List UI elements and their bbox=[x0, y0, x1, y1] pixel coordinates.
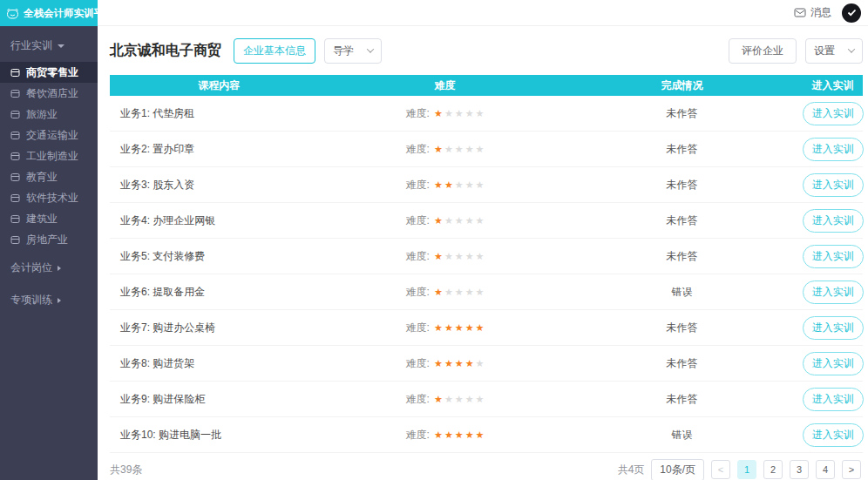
table-body: 业务1: 代垫房租 难度: ★★★★★ 未作答 进入实训 业务2: 置办印章 难… bbox=[110, 96, 863, 453]
restaurant-hotel-icon bbox=[10, 89, 20, 98]
star-empty-icon: ★ bbox=[455, 179, 464, 190]
total-count-label: 共39条 bbox=[110, 463, 142, 477]
sidebar-item-software[interactable]: 软件技术业 bbox=[0, 187, 98, 208]
messages-button[interactable]: 消息 bbox=[794, 5, 831, 20]
enter-training-button[interactable]: 进入实训 bbox=[803, 281, 864, 304]
sidebar-item-restaurant-hotel[interactable]: 餐饮酒店业 bbox=[0, 83, 98, 104]
star-empty-icon: ★ bbox=[476, 179, 485, 190]
enter-training-button[interactable]: 进入实训 bbox=[803, 352, 864, 375]
sidebar-item-label: 工业制造业 bbox=[26, 149, 78, 164]
settings-dropdown[interactable]: 设置 bbox=[805, 38, 863, 64]
guide-dropdown[interactable]: 导学 bbox=[324, 38, 382, 64]
sidebar-item-manufacturing[interactable]: 工业制造业 bbox=[0, 145, 98, 166]
star-empty-icon: ★ bbox=[476, 251, 485, 261]
evaluate-company-button[interactable]: 评价企业 bbox=[729, 38, 797, 64]
difficulty-cell: 难度: ★★★★★ bbox=[329, 356, 562, 371]
page-button-3[interactable]: 3 bbox=[790, 460, 809, 479]
sidebar-item-accounting-posts[interactable]: 会计岗位 bbox=[0, 250, 98, 277]
app-window: 全栈会计师实训平台 行业实训 商贸零售业 餐饮酒店业 旅游业 bbox=[0, 0, 868, 480]
star-filled-icon: ★ bbox=[455, 322, 464, 333]
difficulty-cell: 难度: ★★★★★ bbox=[329, 428, 562, 443]
sidebar-item-special-training[interactable]: 专项训练 bbox=[0, 277, 98, 309]
tourism-icon bbox=[10, 110, 20, 119]
star-empty-icon: ★ bbox=[444, 287, 453, 297]
star-empty-icon: ★ bbox=[455, 287, 464, 297]
course-name: 业务4: 办理企业网银 bbox=[110, 213, 329, 228]
app-logo: 全栈会计师实训平台 bbox=[0, 0, 98, 26]
pages-count-label: 共4页 bbox=[618, 463, 645, 477]
enter-training-button[interactable]: 进入实训 bbox=[803, 102, 864, 125]
enter-training-button[interactable]: 进入实训 bbox=[803, 209, 864, 233]
company-info-button[interactable]: 企业基本信息 bbox=[234, 38, 315, 64]
star-empty-icon: ★ bbox=[455, 394, 464, 404]
star-filled-icon: ★ bbox=[444, 429, 453, 440]
star-empty-icon: ★ bbox=[465, 215, 474, 226]
sidebar-item-label: 教育业 bbox=[26, 170, 58, 185]
sidebar-item-transport[interactable]: 交通运输业 bbox=[0, 125, 98, 145]
status-text: 错误 bbox=[561, 285, 802, 300]
star-empty-icon: ★ bbox=[476, 108, 485, 118]
course-name: 业务7: 购进办公桌椅 bbox=[110, 321, 329, 335]
retail-icon bbox=[10, 68, 20, 78]
table-header: 课程内容 难度 完成情况 进入实训 bbox=[110, 75, 863, 96]
star-empty-icon: ★ bbox=[476, 394, 485, 404]
sidebar-item-label: 建筑业 bbox=[26, 212, 58, 226]
star-filled-icon: ★ bbox=[434, 108, 443, 118]
difficulty-cell: 难度: ★★★★★ bbox=[329, 178, 562, 193]
status-text: 未作答 bbox=[561, 249, 802, 264]
star-empty-icon: ★ bbox=[444, 108, 453, 118]
course-name: 业务2: 置办印章 bbox=[110, 142, 329, 157]
column-header-course: 课程内容 bbox=[110, 78, 329, 93]
course-name: 业务10: 购进电脑一批 bbox=[110, 428, 329, 443]
enter-training-button[interactable]: 进入实训 bbox=[803, 388, 864, 411]
course-name: 业务8: 购进货架 bbox=[110, 356, 329, 371]
star-filled-icon: ★ bbox=[476, 429, 485, 440]
column-header-action: 进入实训 bbox=[803, 78, 863, 93]
settings-dropdown-label: 设置 bbox=[814, 44, 835, 58]
difficulty-cell: 难度: ★★★★★ bbox=[329, 142, 562, 157]
enter-training-button[interactable]: 进入实训 bbox=[803, 245, 864, 268]
prev-page-button[interactable]: < bbox=[711, 460, 730, 479]
star-filled-icon: ★ bbox=[434, 144, 443, 154]
sidebar-item-retail[interactable]: 商贸零售业 bbox=[0, 62, 98, 83]
column-header-difficulty: 难度 bbox=[329, 78, 562, 93]
enter-training-button[interactable]: 进入实训 bbox=[803, 138, 864, 161]
course-name: 业务9: 购进保险柜 bbox=[110, 392, 329, 407]
user-avatar[interactable] bbox=[842, 3, 861, 23]
software-icon bbox=[10, 193, 20, 203]
table-row: 业务4: 办理企业网银 难度: ★★★★★ 未作答 进入实训 bbox=[110, 203, 863, 239]
status-text: 未作答 bbox=[561, 213, 802, 228]
star-empty-icon: ★ bbox=[476, 215, 485, 226]
enter-training-button[interactable]: 进入实训 bbox=[803, 423, 864, 447]
chevron-down-icon bbox=[58, 44, 64, 48]
star-filled-icon: ★ bbox=[434, 322, 443, 333]
page-button-4[interactable]: 4 bbox=[816, 460, 835, 479]
star-empty-icon: ★ bbox=[455, 108, 464, 118]
page-size-select[interactable]: 10条/页 bbox=[651, 459, 704, 480]
enter-training-button[interactable]: 进入实训 bbox=[803, 173, 864, 197]
star-empty-icon: ★ bbox=[476, 144, 485, 154]
sidebar-item-real-estate[interactable]: 房地产业 bbox=[0, 229, 98, 250]
table-row: 业务1: 代垫房租 难度: ★★★★★ 未作答 进入实训 bbox=[110, 96, 863, 132]
star-empty-icon: ★ bbox=[465, 179, 474, 190]
sidebar-link-label: 会计岗位 bbox=[10, 260, 52, 275]
enter-training-button[interactable]: 进入实训 bbox=[803, 316, 864, 340]
topbar: 消息 bbox=[98, 0, 868, 26]
page-button-2[interactable]: 2 bbox=[763, 460, 783, 479]
sidebar-item-education[interactable]: 教育业 bbox=[0, 166, 98, 187]
table-row: 业务6: 提取备用金 难度: ★★★★★ 错误 进入实训 bbox=[110, 274, 863, 310]
sidebar-item-tourism[interactable]: 旅游业 bbox=[0, 104, 98, 125]
chevron-down-icon bbox=[848, 45, 855, 52]
sidebar-item-label: 旅游业 bbox=[26, 107, 58, 122]
next-page-button[interactable]: > bbox=[842, 460, 861, 479]
page-button-1[interactable]: 1 bbox=[737, 460, 756, 479]
star-filled-icon: ★ bbox=[465, 358, 474, 368]
course-name: 业务6: 提取备用金 bbox=[110, 285, 329, 300]
status-text: 未作答 bbox=[561, 106, 802, 121]
star-filled-icon: ★ bbox=[444, 322, 453, 333]
sidebar-section-industry-training[interactable]: 行业实训 bbox=[0, 26, 98, 62]
star-empty-icon: ★ bbox=[455, 215, 464, 226]
star-filled-icon: ★ bbox=[476, 322, 485, 333]
sidebar-item-construction[interactable]: 建筑业 bbox=[0, 208, 98, 229]
chevron-down-icon bbox=[367, 45, 374, 52]
